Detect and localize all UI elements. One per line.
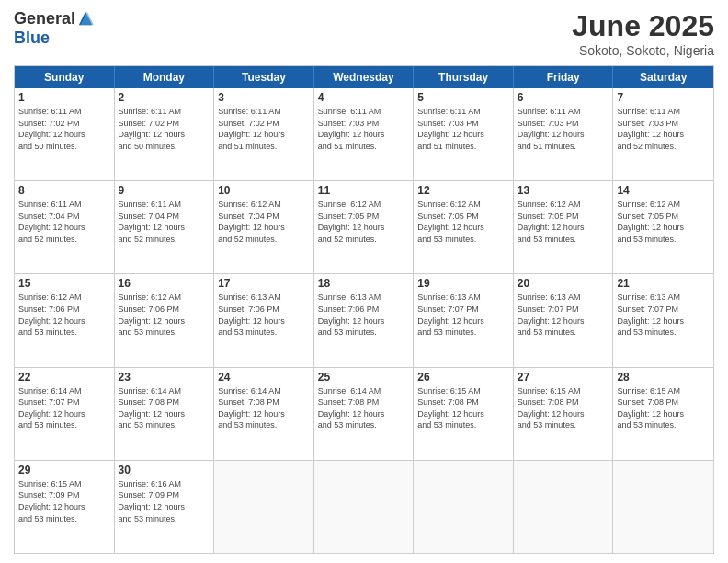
day-of-week-sunday: Sunday [15,66,115,88]
day-number: 23 [119,371,210,384]
title-section: June 2025 Sokoto, Sokoto, Nigeria [572,9,714,58]
day-info: Sunrise: 6:13 AM Sunset: 7:07 PM Dayligh… [417,292,509,338]
day-info: Sunrise: 6:15 AM Sunset: 7:08 PM Dayligh… [617,385,710,431]
calendar-cell: 22Sunrise: 6:14 AM Sunset: 7:07 PM Dayli… [15,368,115,460]
calendar-cell: 1Sunrise: 6:11 AM Sunset: 7:02 PM Daylig… [15,88,115,180]
day-of-week-thursday: Thursday [414,66,514,88]
day-number: 20 [518,277,609,290]
day-number: 6 [518,91,609,104]
day-info: Sunrise: 6:16 AM Sunset: 7:09 PM Dayligh… [119,478,210,524]
day-of-week-friday: Friday [514,66,614,88]
day-info: Sunrise: 6:11 AM Sunset: 7:02 PM Dayligh… [119,106,210,152]
calendar-cell: 5Sunrise: 6:11 AM Sunset: 7:03 PM Daylig… [414,88,514,180]
calendar-cell: 27Sunrise: 6:15 AM Sunset: 7:08 PM Dayli… [514,368,614,460]
calendar-cell: 14Sunrise: 6:12 AM Sunset: 7:05 PM Dayli… [613,181,713,273]
day-number: 5 [417,91,509,104]
day-info: Sunrise: 6:13 AM Sunset: 7:07 PM Dayligh… [518,292,609,338]
calendar-cell: 19Sunrise: 6:13 AM Sunset: 7:07 PM Dayli… [414,274,514,366]
day-number: 12 [417,184,509,197]
day-info: Sunrise: 6:11 AM Sunset: 7:02 PM Dayligh… [218,106,310,152]
calendar-week-2: 15Sunrise: 6:12 AM Sunset: 7:06 PM Dayli… [15,273,713,366]
day-number: 10 [218,184,310,197]
day-info: Sunrise: 6:14 AM Sunset: 7:08 PM Dayligh… [218,385,310,431]
day-number: 4 [318,91,410,104]
calendar-cell: 6Sunrise: 6:11 AM Sunset: 7:03 PM Daylig… [514,88,614,180]
page: General Blue June 2025 Sokoto, Sokoto, N… [0,0,728,563]
calendar-cell: 16Sunrise: 6:12 AM Sunset: 7:06 PM Dayli… [115,274,215,366]
day-info: Sunrise: 6:13 AM Sunset: 7:07 PM Dayligh… [617,292,710,338]
calendar-cell: 20Sunrise: 6:13 AM Sunset: 7:07 PM Dayli… [514,274,614,366]
calendar-cell: 21Sunrise: 6:13 AM Sunset: 7:07 PM Dayli… [613,274,713,366]
calendar-cell: 3Sunrise: 6:11 AM Sunset: 7:02 PM Daylig… [214,88,314,180]
day-info: Sunrise: 6:14 AM Sunset: 7:07 PM Dayligh… [18,385,110,431]
day-info: Sunrise: 6:14 AM Sunset: 7:08 PM Dayligh… [119,385,210,431]
day-number: 2 [119,91,210,104]
day-number: 16 [119,277,210,290]
calendar-cell [613,461,713,553]
day-info: Sunrise: 6:14 AM Sunset: 7:08 PM Dayligh… [318,385,410,431]
day-info: Sunrise: 6:12 AM Sunset: 7:05 PM Dayligh… [417,199,509,245]
day-number: 15 [18,277,110,290]
day-number: 21 [617,277,710,290]
day-info: Sunrise: 6:11 AM Sunset: 7:03 PM Dayligh… [617,106,710,152]
calendar-cell [214,461,314,553]
day-info: Sunrise: 6:11 AM Sunset: 7:03 PM Dayligh… [417,106,509,152]
calendar-cell: 26Sunrise: 6:15 AM Sunset: 7:08 PM Dayli… [414,368,514,460]
calendar-cell: 29Sunrise: 6:15 AM Sunset: 7:09 PM Dayli… [15,461,115,553]
calendar-cell: 24Sunrise: 6:14 AM Sunset: 7:08 PM Dayli… [214,368,314,460]
day-number: 28 [617,371,710,384]
day-info: Sunrise: 6:13 AM Sunset: 7:06 PM Dayligh… [218,292,310,338]
day-number: 8 [18,184,110,197]
day-of-week-saturday: Saturday [613,66,713,88]
calendar-cell: 7Sunrise: 6:11 AM Sunset: 7:03 PM Daylig… [613,88,713,180]
calendar-header: SundayMondayTuesdayWednesdayThursdayFrid… [15,66,713,88]
calendar-cell: 13Sunrise: 6:12 AM Sunset: 7:05 PM Dayli… [514,181,614,273]
day-info: Sunrise: 6:11 AM Sunset: 7:02 PM Dayligh… [18,106,110,152]
day-info: Sunrise: 6:15 AM Sunset: 7:08 PM Dayligh… [518,385,609,431]
day-of-week-tuesday: Tuesday [214,66,314,88]
logo-blue: Blue [14,29,94,48]
day-number: 29 [18,464,110,477]
day-number: 27 [518,371,609,384]
day-of-week-wednesday: Wednesday [314,66,415,88]
calendar-cell: 4Sunrise: 6:11 AM Sunset: 7:03 PM Daylig… [314,88,415,180]
calendar: SundayMondayTuesdayWednesdayThursdayFrid… [14,65,714,554]
day-number: 14 [617,184,710,197]
day-number: 18 [318,277,410,290]
day-info: Sunrise: 6:12 AM Sunset: 7:05 PM Dayligh… [318,199,410,245]
day-number: 26 [417,371,509,384]
month-title: June 2025 [572,9,714,43]
calendar-cell: 28Sunrise: 6:15 AM Sunset: 7:08 PM Dayli… [613,368,713,460]
calendar-cell: 18Sunrise: 6:13 AM Sunset: 7:06 PM Dayli… [314,274,415,366]
day-number: 11 [318,184,410,197]
calendar-week-4: 29Sunrise: 6:15 AM Sunset: 7:09 PM Dayli… [15,460,713,553]
calendar-cell: 12Sunrise: 6:12 AM Sunset: 7:05 PM Dayli… [414,181,514,273]
day-info: Sunrise: 6:12 AM Sunset: 7:04 PM Dayligh… [218,199,310,245]
location: Sokoto, Sokoto, Nigeria [572,43,714,58]
calendar-cell: 23Sunrise: 6:14 AM Sunset: 7:08 PM Dayli… [115,368,215,460]
calendar-week-1: 8Sunrise: 6:11 AM Sunset: 7:04 PM Daylig… [15,180,713,273]
day-info: Sunrise: 6:11 AM Sunset: 7:03 PM Dayligh… [518,106,609,152]
day-info: Sunrise: 6:15 AM Sunset: 7:09 PM Dayligh… [18,478,110,524]
day-number: 25 [318,371,410,384]
calendar-cell: 9Sunrise: 6:11 AM Sunset: 7:04 PM Daylig… [115,181,215,273]
calendar-week-0: 1Sunrise: 6:11 AM Sunset: 7:02 PM Daylig… [15,88,713,180]
day-number: 9 [119,184,210,197]
calendar-body: 1Sunrise: 6:11 AM Sunset: 7:02 PM Daylig… [15,88,713,553]
day-info: Sunrise: 6:13 AM Sunset: 7:06 PM Dayligh… [318,292,410,338]
day-number: 13 [518,184,609,197]
calendar-cell: 8Sunrise: 6:11 AM Sunset: 7:04 PM Daylig… [15,181,115,273]
day-number: 1 [18,91,110,104]
day-number: 3 [218,91,310,104]
calendar-cell: 10Sunrise: 6:12 AM Sunset: 7:04 PM Dayli… [214,181,314,273]
day-number: 19 [417,277,509,290]
day-info: Sunrise: 6:12 AM Sunset: 7:06 PM Dayligh… [18,292,110,338]
day-info: Sunrise: 6:15 AM Sunset: 7:08 PM Dayligh… [417,385,509,431]
calendar-cell: 2Sunrise: 6:11 AM Sunset: 7:02 PM Daylig… [115,88,215,180]
day-info: Sunrise: 6:12 AM Sunset: 7:05 PM Dayligh… [518,199,609,245]
header: General Blue June 2025 Sokoto, Sokoto, N… [14,9,714,58]
calendar-cell: 11Sunrise: 6:12 AM Sunset: 7:05 PM Dayli… [314,181,415,273]
day-info: Sunrise: 6:11 AM Sunset: 7:04 PM Dayligh… [18,199,110,245]
calendar-week-3: 22Sunrise: 6:14 AM Sunset: 7:07 PM Dayli… [15,367,713,460]
day-number: 22 [18,371,110,384]
